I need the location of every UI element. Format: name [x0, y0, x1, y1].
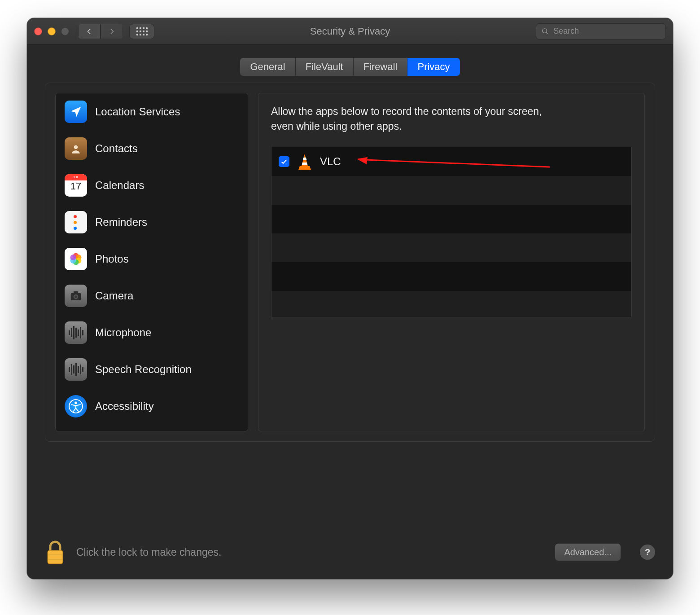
sidebar-item-label: Calendars: [95, 179, 144, 192]
microphone-icon: [65, 321, 87, 344]
annotation-arrow: [357, 157, 550, 172]
close-window-button[interactable]: [34, 27, 42, 35]
show-all-button[interactable]: [129, 24, 154, 39]
tab-label: General: [250, 61, 285, 73]
svg-line-1: [546, 32, 547, 34]
tab-general[interactable]: General: [240, 58, 295, 76]
app-row-empty: [271, 176, 631, 205]
sidebar-item-label: Contacts: [95, 142, 138, 155]
sidebar-item-contacts[interactable]: Contacts: [56, 130, 248, 167]
tab-label: Firewall: [363, 61, 398, 73]
search-icon: [542, 27, 549, 35]
tabs: General FileVault Firewall Privacy: [240, 57, 460, 76]
search-field-wrap[interactable]: [536, 23, 666, 40]
sidebar-item-speech-recognition[interactable]: Speech Recognition: [56, 351, 248, 388]
sidebar-item-camera[interactable]: Camera: [56, 277, 248, 314]
sidebar-item-microphone[interactable]: Microphone: [56, 314, 248, 351]
svg-marker-16: [303, 158, 307, 160]
permission-description: Allow the apps below to record the conte…: [271, 104, 558, 134]
window-controls: [34, 27, 69, 35]
svg-marker-18: [298, 166, 311, 170]
vlc-icon: [296, 153, 314, 171]
sidebar-item-accessibility[interactable]: Accessibility: [56, 388, 248, 425]
tab-label: FileVault: [306, 61, 343, 73]
tab-firewall[interactable]: Firewall: [353, 58, 407, 76]
reminders-icon: [65, 211, 87, 233]
sidebar-item-reminders[interactable]: Reminders: [56, 204, 248, 241]
preferences-window: Security & Privacy General FileVault Fir…: [27, 18, 673, 579]
sidebar-item-calendars[interactable]: JUL 17 Calendars: [56, 167, 248, 204]
footer: Click the lock to make changes. Advanced…: [27, 525, 673, 579]
right-pane: Allow the apps below to record the conte…: [258, 93, 645, 431]
sidebar-item-label: Reminders: [95, 216, 147, 228]
chevron-left-icon: [86, 28, 93, 35]
svg-rect-12: [74, 291, 78, 294]
app-row-vlc[interactable]: VLC: [271, 147, 631, 176]
speech-icon: [65, 358, 87, 381]
camera-icon: [65, 285, 87, 307]
help-button[interactable]: ?: [640, 545, 655, 560]
lock-button[interactable]: [45, 540, 66, 565]
back-button[interactable]: [78, 24, 101, 39]
photos-icon: [65, 248, 87, 270]
chevron-right-icon: [108, 28, 115, 35]
svg-point-0: [542, 28, 547, 32]
advanced-button[interactable]: Advanced...: [555, 543, 621, 561]
svg-point-8: [70, 255, 76, 260]
tab-label: Privacy: [417, 61, 450, 73]
check-icon: [280, 158, 288, 165]
svg-marker-17: [302, 163, 308, 165]
tabs-wrap: General FileVault Firewall Privacy: [27, 45, 673, 83]
content-panel: Location Services Contacts JUL 17 Calend…: [45, 83, 655, 442]
help-icon: ?: [645, 547, 650, 558]
location-icon: [65, 101, 87, 123]
sidebar-item-label: Location Services: [95, 105, 180, 118]
tab-privacy[interactable]: Privacy: [407, 58, 459, 76]
search-input[interactable]: [553, 26, 660, 36]
advanced-button-label: Advanced...: [564, 547, 612, 558]
app-row-empty: [271, 233, 631, 262]
sidebar-item-label: Microphone: [95, 326, 151, 339]
svg-rect-21: [48, 550, 63, 564]
svg-point-14: [74, 401, 77, 404]
calendar-icon: JUL 17: [65, 174, 87, 197]
minimize-window-button[interactable]: [48, 27, 56, 35]
privacy-category-list[interactable]: Location Services Contacts JUL 17 Calend…: [55, 93, 248, 431]
zoom-window-button[interactable]: [61, 27, 69, 35]
app-name: VLC: [320, 155, 341, 168]
app-row-empty: [271, 205, 631, 233]
lock-hint-text: Click the lock to make changes.: [76, 546, 221, 558]
forward-button[interactable]: [101, 24, 123, 39]
sidebar-item-label: Accessibility: [95, 400, 154, 413]
svg-point-2: [74, 145, 78, 149]
contacts-icon: [65, 137, 87, 160]
nav-back-forward: [78, 24, 123, 39]
app-row-empty: [271, 262, 631, 291]
sidebar-item-label: Speech Recognition: [95, 363, 192, 376]
sidebar-item-location-services[interactable]: Location Services: [56, 93, 248, 130]
app-checkbox[interactable]: [279, 156, 289, 167]
tab-filevault[interactable]: FileVault: [295, 58, 353, 76]
svg-line-19: [366, 160, 550, 167]
sidebar-item-label: Camera: [95, 290, 133, 302]
svg-point-11: [74, 295, 77, 298]
accessibility-icon: [65, 395, 87, 417]
sidebar-item-photos[interactable]: Photos: [56, 241, 248, 277]
sidebar-item-label: Photos: [95, 253, 129, 265]
svg-marker-20: [357, 157, 368, 164]
app-row-empty: [271, 291, 631, 317]
grid-icon: [136, 27, 148, 35]
apps-list[interactable]: VLC: [271, 147, 632, 317]
titlebar: Security & Privacy: [27, 18, 673, 45]
